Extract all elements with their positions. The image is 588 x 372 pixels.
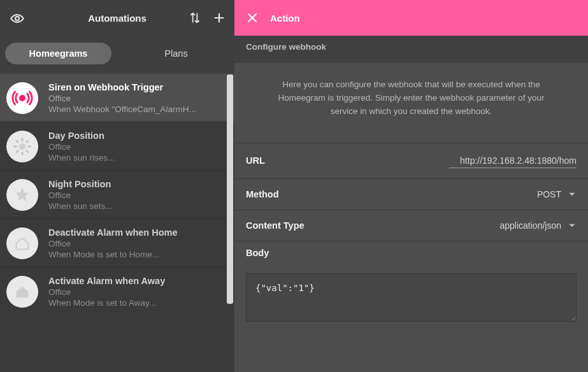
list-item[interactable]: Day Position Office When sun rises... (0, 122, 234, 170)
app-root: Automations Homeegrams Plans (0, 0, 588, 372)
chevron-down-icon (568, 190, 577, 199)
item-sub: Office (48, 94, 196, 103)
content-type-label: Content Type (246, 220, 305, 231)
item-sub: Office (48, 142, 115, 152)
automation-list: Siren on Webhook Trigger Office When Web… (0, 73, 234, 372)
tab-plans[interactable]: Plans (123, 43, 229, 64)
item-cond: When sun rises... (48, 153, 115, 162)
list-item[interactable]: Siren on Webhook Trigger Office When Web… (0, 73, 234, 122)
list-item[interactable]: Night Position Office When sun sets... (0, 170, 234, 218)
body-input[interactable] (246, 273, 577, 322)
section-description: Here you can configure the webhook that … (234, 63, 588, 143)
url-input[interactable] (449, 154, 577, 168)
add-icon[interactable] (210, 9, 228, 27)
svg-line-8 (27, 151, 28, 152)
content-type-select[interactable]: application/json (499, 220, 577, 231)
panel-title: Action (270, 13, 300, 24)
list-item[interactable]: Deactivate Alarm when Home Office When M… (0, 218, 234, 267)
sun-icon (6, 131, 38, 162)
content-type-row: Content Type application/json (234, 210, 588, 241)
star-icon (6, 179, 38, 211)
list-item[interactable]: Activate Alarm when Away Office When Mod… (0, 267, 234, 315)
item-cond: When Mode is set to Away... (48, 298, 165, 308)
webhook-form: URL Method POST Content Type application… (234, 143, 588, 336)
item-title: Day Position (48, 131, 115, 141)
item-sub: Office (48, 239, 178, 248)
tab-homeegrams[interactable]: Homeegrams (5, 43, 111, 64)
section-subheader: Configure webhook (234, 36, 588, 63)
list-scrollbar[interactable] (227, 75, 233, 304)
item-sub: Office (48, 190, 113, 200)
svg-point-2 (19, 143, 25, 150)
chevron-down-icon (568, 221, 577, 230)
item-cond: When Webhook "OfficeCam_AlarmH... (48, 104, 196, 114)
item-title: Deactivate Alarm when Home (48, 227, 178, 238)
item-sub: Office (48, 287, 165, 297)
method-value: POST (537, 189, 561, 199)
svg-line-10 (27, 141, 28, 142)
item-cond: When Mode is set to Home... (48, 250, 178, 259)
sidebar: Automations Homeegrams Plans (0, 0, 234, 372)
sidebar-title: Automations (88, 13, 147, 24)
close-icon[interactable] (246, 11, 259, 24)
item-title: Activate Alarm when Away (48, 276, 165, 286)
method-row: Method POST (234, 178, 588, 210)
item-title: Siren on Webhook Trigger (48, 82, 196, 92)
url-row: URL (234, 143, 588, 178)
svg-line-9 (17, 151, 18, 152)
method-select[interactable]: POST (537, 189, 577, 199)
home-icon (6, 227, 38, 259)
body-row: Body (234, 241, 588, 336)
sort-icon[interactable] (186, 9, 204, 27)
url-label: URL (246, 155, 265, 166)
sidebar-header: Automations (0, 0, 234, 36)
panel-header: Action (234, 0, 588, 36)
body-label: Body (246, 248, 577, 258)
eye-icon[interactable] (10, 11, 24, 28)
svg-line-7 (17, 141, 18, 142)
home-icon (6, 276, 38, 308)
sidebar-tabs: Homeegrams Plans (0, 36, 234, 73)
item-cond: When sun sets... (48, 201, 113, 211)
content-type-value: application/json (499, 220, 561, 231)
method-label: Method (246, 189, 279, 199)
detail-panel: Action Configure webhook Here you can co… (234, 0, 588, 372)
siren-icon (6, 82, 38, 114)
svg-point-0 (15, 17, 19, 20)
svg-point-1 (19, 95, 25, 101)
item-title: Night Position (48, 179, 113, 189)
